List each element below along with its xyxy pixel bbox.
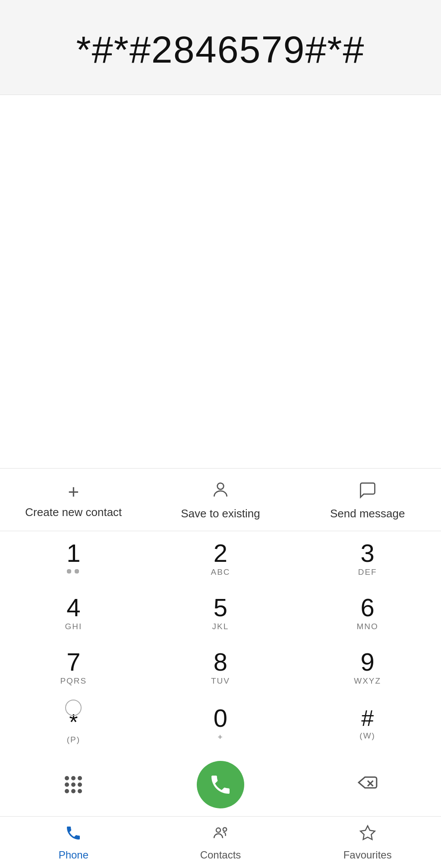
person-icon [211,481,230,503]
create-new-contact-button[interactable]: + Create new contact [0,482,147,519]
backspace-icon [357,774,378,795]
key-9[interactable]: 9 WXYZ [294,640,441,694]
call-row [0,753,441,816]
call-button-circle [197,761,244,808]
key-1[interactable]: 1 ⏺⏺ [0,531,147,586]
call-icon [208,773,233,797]
key-4[interactable]: 4 GHI [0,586,147,640]
svg-point-4 [223,828,227,831]
nav-contacts[interactable]: Contacts [147,824,294,861]
key-0[interactable]: 0 + [147,694,294,753]
phone-nav-label: Phone [59,849,88,861]
key-2[interactable]: 2 ABC [147,531,294,586]
bottom-navigation: Phone Contacts Favourites [0,816,441,868]
empty-space [0,95,441,468]
key-3[interactable]: 3 DEF [294,531,441,586]
svg-point-0 [217,483,224,490]
dial-display: *#*#2846579#*# [0,0,441,95]
svg-marker-5 [360,826,375,839]
backspace-button[interactable] [294,757,441,812]
dialpad-grid-button[interactable] [0,757,147,812]
dialed-number: *#*#2846579#*# [76,28,365,72]
favourites-nav-label: Favourites [343,849,392,861]
chat-icon [358,481,377,503]
send-message-button[interactable]: Send message [294,481,441,520]
phone-nav-icon [65,824,82,846]
save-to-existing-button[interactable]: Save to existing [147,481,294,520]
nav-favourites[interactable]: Favourites [294,824,441,861]
nav-phone[interactable]: Phone [0,824,147,861]
call-button[interactable] [147,757,294,812]
key-6[interactable]: 6 MNO [294,586,441,640]
contacts-nav-label: Contacts [200,849,241,861]
dialpad-bottom-row: * (P) 0 + # (W) [0,694,441,753]
key-5[interactable]: 5 JKL [147,586,294,640]
contacts-nav-icon [212,824,229,846]
key-star[interactable]: * (P) [0,694,147,753]
plus-icon: + [68,482,79,501]
dialpad: 1 ⏺⏺ 2 ABC 3 DEF 4 GHI 5 JKL 6 MNO 7 PQR… [0,531,441,694]
svg-point-3 [216,828,220,832]
save-to-existing-label: Save to existing [181,507,260,520]
key-7[interactable]: 7 PQRS [0,640,147,694]
star-nav-icon [359,824,376,846]
action-row: + Create new contact Save to existing Se… [0,468,441,531]
create-new-contact-label: Create new contact [25,506,122,519]
key-hash[interactable]: # (W) [294,694,441,753]
grid-icon [65,776,82,793]
send-message-label: Send message [330,507,405,520]
star-circle [65,700,82,716]
key-8[interactable]: 8 TUV [147,640,294,694]
